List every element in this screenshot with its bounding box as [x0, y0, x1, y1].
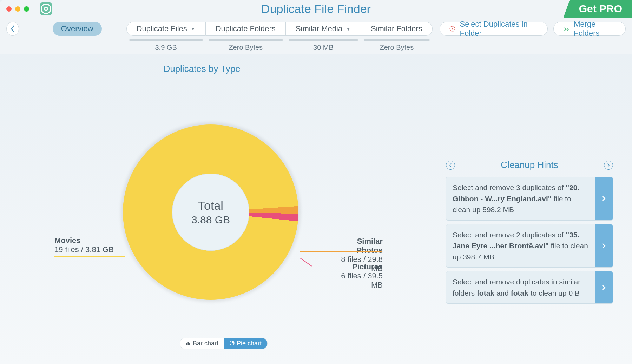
toolbar: Overview Duplicate Files ▼ 3.9 GB Duplic…: [0, 18, 632, 54]
category-detail: 19 files / 3.81 GB: [54, 245, 114, 254]
tab-duplicate-folders[interactable]: Duplicate Folders: [206, 22, 286, 36]
tab-size: 30 MB: [286, 43, 361, 52]
category-name: Pictures: [330, 262, 383, 271]
select-duplicates-in-folder-button[interactable]: Select Duplicates in Folder: [440, 22, 548, 36]
hint-card[interactable]: Select and remove 2 duplicates of "35. J…: [446, 224, 613, 268]
main-content: Duplicates by Type Total 3.88 GB Movies …: [0, 54, 632, 364]
window-controls: [6, 6, 29, 12]
hint-card[interactable]: Select and remove 3 duplicates of "20. G…: [446, 177, 613, 221]
chevron-down-icon: ▼: [191, 26, 196, 32]
target-icon: [449, 25, 456, 33]
hint-prefix: Select and remove 3 duplicates of: [453, 183, 566, 191]
button-label: Select Duplicates in Folder: [460, 20, 539, 38]
tab-label: Duplicate Files: [137, 24, 187, 33]
hint-go-button[interactable]: [595, 224, 613, 268]
hint-text: Select and remove 2 duplicates of "35. J…: [446, 224, 595, 268]
svg-rect-4: [186, 343, 187, 345]
section-title: Duplicates by Type: [0, 63, 446, 74]
category-name: Similar Photos: [330, 237, 383, 255]
svg-rect-6: [189, 343, 190, 345]
maximize-window-button[interactable]: [24, 6, 29, 12]
pie-chart-toggle[interactable]: Pie chart: [224, 338, 267, 349]
get-pro-button[interactable]: Get PRO: [564, 0, 632, 18]
tab-duplicate-files[interactable]: Duplicate Files ▼: [126, 22, 206, 36]
chevron-down-icon: ▼: [346, 26, 351, 32]
connector-line: [312, 277, 382, 277]
pie-chart: Total 3.88 GB: [123, 124, 298, 300]
close-window-button[interactable]: [6, 6, 12, 12]
connector-line: [300, 258, 312, 267]
svg-point-0: [41, 4, 51, 14]
button-label: Merge Folders: [574, 20, 616, 38]
app-icon: [40, 2, 52, 15]
tab-similar-folders[interactable]: Similar Folders: [361, 22, 433, 36]
tab-size: 3.9 GB: [126, 43, 206, 52]
bar-chart-toggle[interactable]: Bar chart: [180, 338, 224, 349]
pie-label-pictures: Pictures 6 files / 39.5 MB: [330, 262, 383, 290]
overview-tab[interactable]: Overview: [53, 22, 102, 36]
hint-text: Select and remove 3 duplicates of "20. G…: [446, 177, 595, 220]
hints-title: Cleanup Hints: [455, 160, 604, 170]
duplicates-pie-chart: Total 3.88 GB: [123, 124, 298, 300]
pie-center-value: 3.88 GB: [191, 214, 230, 226]
titlebar: Duplicate File Finder Get PRO: [0, 0, 632, 18]
svg-point-1: [45, 7, 48, 11]
category-tabs: Duplicate Files ▼ 3.9 GB Duplicate Folde…: [126, 22, 433, 52]
hints-next-button[interactable]: [604, 161, 613, 170]
chart-type-toggle: Bar chart Pie chart: [180, 338, 268, 349]
merge-folders-button[interactable]: Merge Folders: [553, 22, 626, 36]
tab-similar-media[interactable]: Similar Media ▼: [286, 22, 361, 36]
chart-panel: Duplicates by Type Total 3.88 GB Movies …: [0, 54, 446, 364]
pie-chart-icon: [230, 340, 235, 347]
tab-label: Similar Folders: [371, 24, 422, 33]
connector-line: [330, 251, 382, 252]
hint-prefix: Select and remove 2 duplicates of: [453, 231, 566, 239]
tab-label: Duplicate Folders: [216, 24, 276, 33]
app-title: Duplicate File Finder: [0, 2, 632, 16]
toggle-label: Pie chart: [237, 340, 262, 347]
connector-line: [300, 251, 330, 252]
category-detail: 6 files / 39.5 MB: [330, 271, 383, 290]
merge-icon: [563, 25, 570, 33]
category-name: Movies: [54, 236, 114, 245]
hint-mid: and: [494, 289, 511, 297]
hint-go-button[interactable]: [595, 177, 613, 220]
hint-go-button[interactable]: [595, 271, 613, 303]
hint-text: Select and remove duplicates in similar …: [446, 271, 595, 303]
tab-progress-bar: [364, 39, 430, 41]
pie-label-movies: Movies 19 files / 3.81 GB: [54, 236, 114, 254]
tab-size: Zero Bytes: [361, 43, 433, 52]
tab-label: Similar Media: [296, 24, 342, 33]
hints-header: Cleanup Hints: [446, 160, 613, 170]
back-button[interactable]: [6, 22, 19, 36]
hint-bold2: fotak: [511, 289, 528, 297]
toggle-label: Bar chart: [193, 340, 218, 347]
tab-progress-bar: [129, 39, 203, 41]
minimize-window-button[interactable]: [15, 6, 20, 12]
connector-line: [54, 256, 125, 257]
svg-rect-5: [188, 342, 189, 345]
tab-progress-bar: [289, 39, 358, 41]
tab-progress-bar: [209, 39, 283, 41]
hints-prev-button[interactable]: [446, 161, 455, 170]
hint-card[interactable]: Select and remove duplicates in similar …: [446, 271, 613, 304]
tab-size: Zero Bytes: [206, 43, 286, 52]
hint-suffix: to clean up 0 B: [528, 289, 580, 297]
cleanup-hints-panel: Cleanup Hints Select and remove 3 duplic…: [446, 54, 632, 364]
bar-chart-icon: [186, 340, 191, 347]
svg-point-3: [452, 28, 453, 30]
hint-bold: fotak: [477, 289, 494, 297]
pie-center: Total 3.88 GB: [172, 174, 249, 251]
pie-center-label: Total: [198, 199, 223, 213]
